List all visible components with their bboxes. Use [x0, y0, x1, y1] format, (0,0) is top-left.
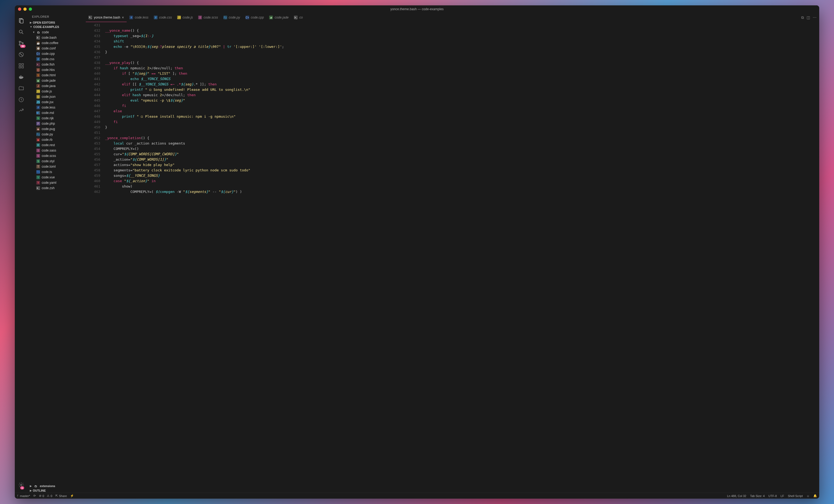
split-editor-icon[interactable]: ◫: [807, 15, 810, 20]
code-line[interactable]: }: [105, 49, 819, 55]
code-line[interactable]: case "${_action}" in: [105, 178, 819, 184]
code-line[interactable]: eval "npmusic -p \$${seg}": [105, 98, 819, 103]
settings-icon[interactable]: 1: [15, 479, 28, 490]
close-window-button[interactable]: [18, 7, 21, 11]
code-line[interactable]: COMPREPLY=( $(compgen -W "${segments}" -…: [105, 189, 819, 194]
code-content[interactable]: __yonce_name() { typeset _seg=${1:-} shi…: [105, 22, 819, 493]
code-line[interactable]: elif hash npmusic 2>/dev/null; then: [105, 92, 819, 98]
notifications-icon[interactable]: 🔔: [813, 494, 817, 498]
code-line[interactable]: fi: [105, 119, 819, 125]
code-line[interactable]: echo -e "\033]0;${seg:?please specify a …: [105, 44, 819, 49]
code-line[interactable]: show): [105, 184, 819, 189]
sync-icon[interactable]: ⟳: [33, 494, 36, 498]
file-item-code-pug[interactable]: ◆code.pug: [28, 126, 86, 132]
code-line[interactable]: __yonce_play() {: [105, 60, 819, 66]
code-line[interactable]: _yonce_completion() {: [105, 135, 819, 141]
maximize-window-button[interactable]: [29, 7, 32, 11]
eol[interactable]: LF: [781, 494, 784, 498]
more-actions-icon[interactable]: ⋯: [813, 15, 816, 20]
code-line[interactable]: printf " ◻ Please install npmusic: npm i…: [105, 114, 819, 119]
language-mode[interactable]: Shell Script: [788, 494, 803, 498]
code-line[interactable]: fi: [105, 103, 819, 109]
cursor-position[interactable]: Ln 488, Col 32: [727, 494, 746, 498]
code-line[interactable]: if [ "${seg}" == "LIST" ]; then: [105, 71, 819, 76]
code-line[interactable]: }: [105, 125, 819, 130]
close-tab-icon[interactable]: ×: [122, 15, 124, 20]
code-line[interactable]: cur="${COMP_WORDS[COMP_CWORD]}": [105, 152, 819, 157]
code-editor[interactable]: 4314324334344354364374384394404414424434…: [86, 22, 819, 493]
extensions-icon[interactable]: [15, 60, 28, 71]
code-line[interactable]: [105, 130, 819, 135]
tab-yonce-theme.bash[interactable]: >_yonce.theme.bash×: [86, 13, 127, 22]
file-item-code-php[interactable]: Pcode.php: [28, 121, 86, 126]
tab-code-css[interactable]: #code.css: [151, 13, 175, 22]
encoding[interactable]: UTF-8: [768, 494, 777, 498]
docker-icon[interactable]: [15, 71, 28, 83]
workspace-section[interactable]: ▼CODE-EXAMPLES: [28, 25, 86, 29]
file-item-code-sass[interactable]: Scode.sass: [28, 148, 86, 153]
problems[interactable]: ⊘ 0 ⚠ 0: [39, 494, 52, 498]
file-item-code-scss[interactable]: Scode.scss: [28, 153, 86, 159]
code-line[interactable]: segments="battery clock exitcode lyric p…: [105, 168, 819, 173]
search-icon[interactable]: [15, 26, 28, 38]
file-item-code-md[interactable]: M↓code.md: [28, 110, 86, 116]
file-item-code-styl[interactable]: Scode.styl: [28, 159, 86, 164]
tab-co[interactable]: >_co: [291, 13, 305, 22]
source-control-icon[interactable]: 30: [15, 38, 28, 49]
file-item-code-py[interactable]: Pycode.py: [28, 132, 86, 137]
file-tree[interactable]: ▼🗀code >_code.bash☕code.coffee⚙code.conf…: [28, 29, 86, 484]
code-line[interactable]: else: [105, 109, 819, 114]
open-editors-section[interactable]: ▶OPEN EDITORS: [28, 20, 86, 25]
tab-code-py[interactable]: Pycode.py: [221, 13, 243, 22]
file-item-code-json[interactable]: {}code.json: [28, 94, 86, 99]
file-item-code-cpp[interactable]: C+code.cpp: [28, 51, 86, 56]
code-line[interactable]: actions="show hide play help": [105, 162, 819, 168]
file-item-code-coffee[interactable]: ☕code.coffee: [28, 40, 86, 46]
file-item-code-yaml[interactable]: Ycode.yaml: [28, 180, 86, 185]
code-line[interactable]: elif [[ $__YONCE_SONGS =~ .*${seg}.* ]];…: [105, 82, 819, 87]
code-line[interactable]: shift: [105, 39, 819, 44]
indentation[interactable]: Tab Size: 4: [750, 494, 765, 498]
file-item-code-jsx[interactable]: JScode.jsx: [28, 99, 86, 105]
file-item-code-conf[interactable]: ⚙code.conf: [28, 46, 86, 51]
code-line[interactable]: if hash npmusic 2>/dev/null; then: [105, 66, 819, 71]
explorer-icon[interactable]: [15, 15, 28, 26]
test-icon[interactable]: [15, 94, 28, 105]
file-item-code-css[interactable]: #code.css: [28, 56, 86, 62]
folder-code[interactable]: ▼🗀code: [28, 29, 86, 35]
tab-code-js[interactable]: JScode.js: [175, 13, 195, 22]
file-item-code-rest[interactable]: Rcode.rest: [28, 142, 86, 148]
file-item-code-java[interactable]: Jcode.java: [28, 83, 86, 89]
debug-icon[interactable]: [15, 49, 28, 60]
code-line[interactable]: _action="${COMP_WORDS[1]}": [105, 157, 819, 162]
file-item-code-hbs[interactable]: {}code.hbs: [28, 67, 86, 72]
code-line[interactable]: local cur _action actions segments: [105, 141, 819, 146]
tab-code-cpp[interactable]: C+code.cpp: [243, 13, 267, 22]
file-item-code-ts[interactable]: TScode.ts: [28, 169, 86, 175]
code-line[interactable]: COMPREPLY=(): [105, 146, 819, 152]
file-item-code-zsh[interactable]: >_code.zsh: [28, 185, 86, 191]
titlebar[interactable]: yonce.theme.bash — code-examples: [15, 5, 819, 13]
liveshare-status[interactable]: ⇱ Share: [56, 494, 67, 498]
extensions-section[interactable]: ▶🗀extensions: [28, 484, 86, 488]
file-item-code-njk[interactable]: Ncode.njk: [28, 116, 86, 121]
minimize-window-button[interactable]: [23, 7, 27, 11]
code-line[interactable]: [105, 23, 819, 28]
tab-code-jade[interactable]: ◆code.jade: [266, 13, 291, 22]
file-item-code-rb[interactable]: ◆code.rb: [28, 137, 86, 142]
git-branch[interactable]: ᚶ master*: [17, 494, 30, 498]
file-item-code-toml[interactable]: Tcode.toml: [28, 164, 86, 169]
feedback-icon[interactable]: ☺: [807, 494, 810, 498]
file-item-code-less[interactable]: #code.less: [28, 105, 86, 110]
code-line[interactable]: songs=${__YONCE_SONGS}: [105, 173, 819, 178]
file-item-code-html[interactable]: 5code.html: [28, 72, 86, 78]
tab-code-scss[interactable]: Scode.scss: [195, 13, 220, 22]
code-line[interactable]: [105, 55, 819, 60]
file-item-code-bash[interactable]: >_code.bash: [28, 35, 86, 40]
file-item-code-js[interactable]: JScode.js: [28, 89, 86, 94]
project-icon[interactable]: [15, 83, 28, 94]
file-item-code-jade[interactable]: ◆code.jade: [28, 78, 86, 83]
code-line[interactable]: echo $__YONCE_SONGS: [105, 76, 819, 82]
code-line[interactable]: printf " ◻ Song undefined! Please add UR…: [105, 87, 819, 92]
compare-icon[interactable]: ⧉: [801, 15, 804, 20]
